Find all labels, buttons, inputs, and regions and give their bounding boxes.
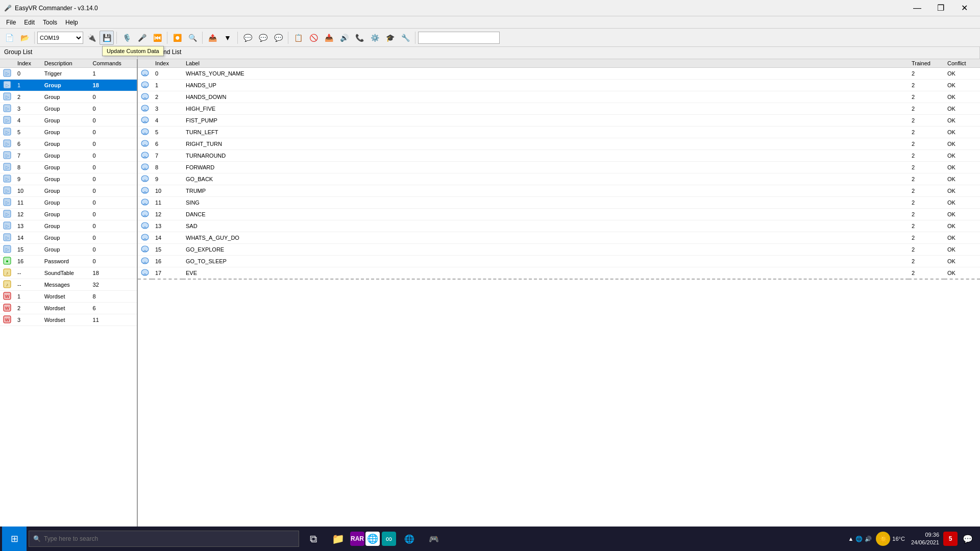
toolbar-hat-button[interactable]: 🎓: [383, 31, 397, 45]
toolbar-train-back-button[interactable]: ⏮️: [150, 31, 164, 45]
cmd-trained-cell: 2: [909, 162, 944, 173]
taskbar-arduino-icon[interactable]: ∞: [382, 532, 396, 546]
cmd-index-cell: 12: [152, 209, 183, 220]
command-table-row[interactable]: 10 TRUMP 2 OK: [138, 185, 980, 197]
toolbar-cmd-button2[interactable]: 🚫: [306, 31, 321, 45]
group-panel[interactable]: Index Description Commands ▷ 0 Trigger 1…: [0, 59, 138, 527]
group-table-row[interactable]: ♪ -- Messages 32: [0, 279, 137, 291]
command-table-row[interactable]: 8 FORWARD 2 OK: [138, 162, 980, 173]
group-table-row[interactable]: ▷ 15 Group 0: [0, 244, 137, 256]
toolbar-speech-button2[interactable]: 💬: [256, 31, 270, 45]
taskbar-winrar-icon[interactable]: RAR: [350, 532, 364, 546]
cmd-index-cell: 4: [152, 115, 183, 127]
tray-speaker-icon[interactable]: 🔊: [865, 536, 872, 542]
group-table-row[interactable]: W 1 Wordset 8: [0, 291, 137, 303]
toolbar-update-custom-button[interactable]: 💾: [100, 31, 114, 45]
toolbar-speech-button1[interactable]: 💬: [240, 31, 255, 45]
taskbar-network-icon[interactable]: 🌐: [397, 527, 422, 551]
command-table-row[interactable]: 2 HANDS_DOWN 2 OK: [138, 91, 980, 103]
toolbar-search-input[interactable]: [418, 32, 500, 44]
command-table-row[interactable]: 17 EVE 2 OK: [138, 267, 980, 280]
command-table-row[interactable]: 4 FIST_PUMP 2 OK: [138, 115, 980, 127]
group-table-row[interactable]: ▷ 13 Group 0: [0, 220, 137, 232]
toolbar-export-button[interactable]: 📤: [205, 31, 219, 45]
taskbar-search-input[interactable]: [44, 535, 295, 542]
toolbar-audio-button[interactable]: 🔊: [337, 31, 351, 45]
notification-badge[interactable]: 5: [943, 532, 958, 546]
group-table-row[interactable]: ▷ 4 Group 0: [0, 115, 137, 127]
group-table-row[interactable]: W 2 Wordset 6: [0, 303, 137, 314]
minimize-button[interactable]: —: [905, 0, 929, 16]
taskbar-explorer-icon[interactable]: 📁: [326, 527, 350, 551]
group-table-row[interactable]: W 3 Wordset 11: [0, 314, 137, 326]
group-table-row[interactable]: ▷ 1 Group 18: [0, 80, 137, 91]
cmd-index-cell: 13: [152, 220, 183, 232]
group-table-row[interactable]: ▷ 6 Group 0: [0, 138, 137, 150]
toolbar-phone-button[interactable]: 📞: [352, 31, 366, 45]
cmd-index-cell: 0: [152, 68, 183, 80]
group-table-row[interactable]: ▷ 7 Group 0: [0, 150, 137, 162]
group-table-row[interactable]: ♪ -- SoundTable 18: [0, 267, 137, 279]
close-button[interactable]: ✕: [952, 0, 976, 16]
temperature-badge[interactable]: ☀️: [876, 532, 890, 546]
notification-button[interactable]: 💬: [958, 527, 978, 551]
menu-edit[interactable]: Edit: [20, 16, 39, 28]
menu-help[interactable]: Help: [61, 16, 82, 28]
toolbar-new-button[interactable]: 📄: [2, 31, 16, 45]
group-table-row[interactable]: ▷ 9 Group 0: [0, 173, 137, 185]
toolbar-connect-button[interactable]: 🔌: [84, 31, 99, 45]
menu-file[interactable]: File: [2, 16, 20, 28]
toolbar-cmd-button1[interactable]: 📋: [291, 31, 305, 45]
task-view-button[interactable]: ⧉: [301, 527, 326, 551]
com-port-select[interactable]: COM19 COM1 COM2: [37, 32, 83, 44]
toolbar-settings-button[interactable]: ⚙️: [368, 31, 382, 45]
toolbar-cmd-button3[interactable]: 📥: [322, 31, 336, 45]
taskbar-chrome-icon[interactable]: 🌐: [365, 532, 380, 546]
cmd-index-cell: 14: [152, 232, 183, 244]
tray-arrow[interactable]: ▲: [848, 536, 853, 542]
group-icon-cell: ▷: [0, 138, 14, 150]
group-commands-cell: 0: [90, 244, 137, 256]
cmd-conflict-cell: OK: [944, 197, 980, 209]
command-panel[interactable]: Index Label Trained Conflict 0 WHATS_YOU…: [138, 59, 980, 527]
command-table-row[interactable]: 16 GO_TO_SLEEP 2 OK: [138, 256, 980, 267]
toolbar-find-button[interactable]: 🔍: [185, 31, 200, 45]
start-button[interactable]: ⊞: [2, 527, 27, 551]
group-table-row[interactable]: ▷ 12 Group 0: [0, 209, 137, 220]
command-table-row[interactable]: 5 TURN_LEFT 2 OK: [138, 127, 980, 138]
group-table-row[interactable]: ● 16 Password 0: [0, 256, 137, 267]
command-table-row[interactable]: 3 HIGH_FIVE 2 OK: [138, 103, 980, 115]
toolbar-open-button[interactable]: 📂: [17, 31, 32, 45]
toolbar-sep-2: [116, 32, 117, 44]
group-commands-cell: 0: [90, 256, 137, 267]
toolbar-record-button[interactable]: ⏺️: [170, 31, 184, 45]
toolbar-train-button[interactable]: 🎤: [135, 31, 149, 45]
command-table-row[interactable]: 1 HANDS_UP 2 OK: [138, 80, 980, 91]
maximize-button[interactable]: ❐: [929, 0, 952, 16]
command-table-row[interactable]: 14 WHATS_A_GUY_DO 2 OK: [138, 232, 980, 244]
taskbar-app-icon-5[interactable]: 🎮: [422, 527, 446, 551]
group-table-row[interactable]: ▷ 10 Group 0: [0, 185, 137, 197]
command-table-row[interactable]: 9 GO_BACK 2 OK: [138, 173, 980, 185]
group-table-row[interactable]: ▷ 3 Group 0: [0, 103, 137, 115]
group-table-row[interactable]: ▷ 11 Group 0: [0, 197, 137, 209]
toolbar-train-all-button[interactable]: 🎙️: [119, 31, 134, 45]
command-table-row[interactable]: 7 TURNAROUND 2 OK: [138, 150, 980, 162]
command-table-row[interactable]: 6 RIGHT_TURN 2 OK: [138, 138, 980, 150]
command-table-row[interactable]: 0 WHATS_YOUR_NAME 2 OK: [138, 68, 980, 80]
command-table-row[interactable]: 11 SING 2 OK: [138, 197, 980, 209]
menu-tools[interactable]: Tools: [39, 16, 61, 28]
command-table-row[interactable]: 12 DANCE 2 OK: [138, 209, 980, 220]
group-table-row[interactable]: ▷ 8 Group 0: [0, 162, 137, 173]
group-table-row[interactable]: ▷ 5 Group 0: [0, 127, 137, 138]
system-clock[interactable]: 09:36 24/06/2021: [907, 531, 943, 547]
group-table-row[interactable]: ▷ 2 Group 0: [0, 91, 137, 103]
group-table-row[interactable]: ▷ 14 Group 0: [0, 232, 137, 244]
toolbar-dropdown-button[interactable]: ▼: [220, 31, 235, 45]
toolbar-more-button[interactable]: 🔧: [398, 31, 412, 45]
taskbar-search-bar[interactable]: 🔍: [29, 531, 299, 547]
toolbar-speech-button3[interactable]: 💬: [271, 31, 285, 45]
group-table-row[interactable]: ▷ 0 Trigger 1: [0, 68, 137, 80]
command-table-row[interactable]: 13 SAD 2 OK: [138, 220, 980, 232]
command-table-row[interactable]: 15 GO_EXPLORE 2 OK: [138, 244, 980, 256]
